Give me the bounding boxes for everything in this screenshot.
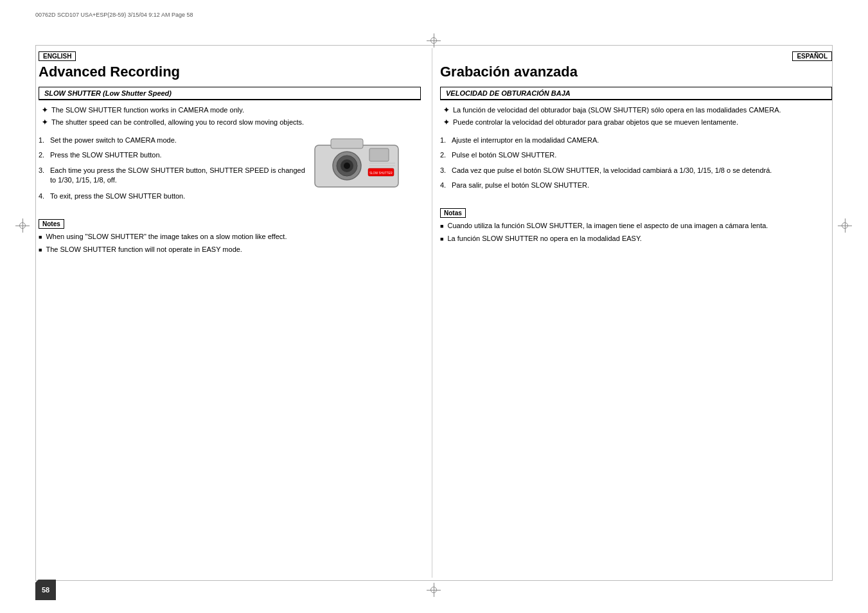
page-container: 00762D SCD107 USA+ESP(28-59) 3/15/04 9:1… [0, 0, 868, 613]
column-divider [432, 48, 432, 578]
english-steps: 1. Set the power switch to CAMERA mode. … [39, 136, 305, 191]
spanish-notes-section: Notas Cuando utiliza la función SLOW SHU… [440, 202, 832, 244]
svg-rect-6 [331, 139, 363, 148]
english-note-text-2: The SLOW SHUTTER function will not opera… [46, 245, 242, 254]
step-num-1: 1. [39, 136, 50, 145]
english-plus-item-1: ✦ The SLOW SHUTTER function works in CAM… [42, 105, 421, 115]
english-notes-section: Notes When using "SLOW SHUTTER" the imag… [39, 213, 421, 254]
english-step-1: 1. Set the power switch to CAMERA mode. [39, 136, 305, 145]
step-text-4: To exit, press the SLOW SHUTTER button. [50, 191, 185, 201]
spanish-plus-item-1: ✦ La función de velocidad del obturador … [443, 105, 832, 115]
spanish-step-2: 2. Pulse el botón SLOW SHUTTER. [440, 150, 832, 160]
left-border [35, 45, 36, 581]
spanish-step-4: 4. Para salir, pulse el botón SLOW SHUTT… [440, 181, 832, 190]
spanish-plus-text-2: Puede controlar la velocidad del obturad… [453, 118, 738, 127]
english-subsection-header: SLOW SHUTTER (Low Shutter Speed) [39, 87, 421, 100]
spanish-note-text-1: Cuando utiliza la función SLOW SHUTTER, … [447, 221, 768, 231]
svg-rect-5 [369, 148, 389, 161]
step-num-2: 2. [39, 150, 50, 160]
english-step-3: 3. Each time you press the SLOW SHUTTER … [39, 166, 305, 186]
spanish-notes-list: Cuando utiliza la función SLOW SHUTTER, … [440, 221, 832, 244]
plus-icon-1: ✦ [42, 105, 48, 115]
es-step-num-3: 3. [440, 166, 452, 175]
svg-point-4 [344, 163, 350, 169]
bottom-border [35, 580, 833, 581]
step-num-4: 4. [39, 191, 50, 201]
spanish-note-text-2: La función SLOW SHUTTER no opera en la m… [447, 234, 641, 244]
english-note-2: The SLOW SHUTTER function will not opera… [39, 245, 421, 254]
es-step-text-4: Para salir, pulse el botón SLOW SHUTTER. [452, 181, 589, 190]
spanish-subsection-header: VELOCIDAD DE OBTURACIÓN BAJA [440, 87, 832, 100]
step-text-1: Set the power switch to CAMERA mode. [50, 136, 177, 145]
english-section-title: Advanced Recording [39, 64, 421, 80]
spanish-plus-items: ✦ La función de velocidad del obturador … [440, 105, 832, 128]
spanish-plus-item-2: ✦ Puede controlar la velocidad del obtur… [443, 118, 832, 127]
es-step-num-1: 1. [440, 136, 452, 145]
camera-svg: SLOW SHUTTER [312, 129, 414, 193]
english-note-1: When using "SLOW SHUTTER" the image take… [39, 232, 421, 242]
spanish-note-1: Cuando utiliza la función SLOW SHUTTER, … [440, 221, 832, 231]
english-column: ENGLISH Advanced Recording SLOW SHUTTER … [39, 51, 421, 257]
english-note-text-1: When using "SLOW SHUTTER" the image take… [46, 232, 287, 242]
spanish-lang-label: ESPAÑOL [792, 51, 832, 61]
english-plus-text-1: The SLOW SHUTTER function works in CAMER… [51, 105, 244, 115]
camera-illustration: SLOW SHUTTER [312, 129, 421, 195]
crosshair-left [15, 218, 30, 233]
es-step-text-2: Pulse el botón SLOW SHUTTER. [452, 150, 556, 160]
spanish-steps: 1. Ajuste el interruptor en la modalidad… [440, 136, 832, 191]
spanish-lang-label-container: ESPAÑOL [440, 51, 832, 64]
crosshair-top [427, 33, 441, 48]
es-step-text-1: Ajuste el interruptor en la modalidad CA… [452, 136, 599, 145]
file-header: 00762D SCD107 USA+ESP(28-59) 3/15/04 9:1… [35, 12, 193, 18]
es-plus-icon-2: ✦ [443, 118, 449, 127]
spanish-note-2: La función SLOW SHUTTER no opera en la m… [440, 234, 832, 244]
spanish-column: ESPAÑOL Grabación avanzada VELOCIDAD DE … [440, 51, 832, 246]
english-step-2: 2. Press the SLOW SHUTTER button. [39, 150, 305, 160]
english-lang-label: ENGLISH [39, 51, 76, 61]
step-text-2: Press the SLOW SHUTTER button. [50, 150, 162, 160]
steps-image-container: 1. Set the power switch to CAMERA mode. … [39, 136, 421, 195]
page-number-badge: 58 [35, 580, 56, 600]
spanish-step-1: 1. Ajuste el interruptor en la modalidad… [440, 136, 832, 145]
es-step-num-2: 2. [440, 150, 452, 160]
es-plus-icon-1: ✦ [443, 105, 449, 115]
spanish-notes-label: Notas [440, 208, 466, 218]
svg-text:SLOW SHUTTER: SLOW SHUTTER [369, 172, 393, 175]
crosshair-bottom [427, 583, 441, 597]
es-step-num-4: 4. [440, 181, 452, 190]
english-plus-item-2: ✦ The shutter speed can be controlled, a… [42, 118, 421, 127]
es-step-text-3: Cada vez que pulse el botón SLOW SHUTTER… [452, 166, 772, 175]
english-notes-label: Notes [39, 219, 64, 229]
crosshair-right [838, 218, 852, 233]
spanish-section-title: Grabación avanzada [440, 64, 832, 80]
spanish-plus-text-1: La función de velocidad del obturador ba… [453, 105, 781, 115]
english-plus-items: ✦ The SLOW SHUTTER function works in CAM… [39, 105, 421, 128]
step-text-3: Each time you press the SLOW SHUTTER but… [50, 166, 305, 186]
english-plus-text-2: The shutter speed can be controlled, all… [51, 118, 304, 127]
plus-icon-2: ✦ [42, 118, 48, 127]
right-border [832, 45, 833, 581]
english-notes-list: When using "SLOW SHUTTER" the image take… [39, 232, 421, 254]
spanish-step-3: 3. Cada vez que pulse el botón SLOW SHUT… [440, 166, 832, 175]
step-num-3: 3. [39, 166, 50, 175]
